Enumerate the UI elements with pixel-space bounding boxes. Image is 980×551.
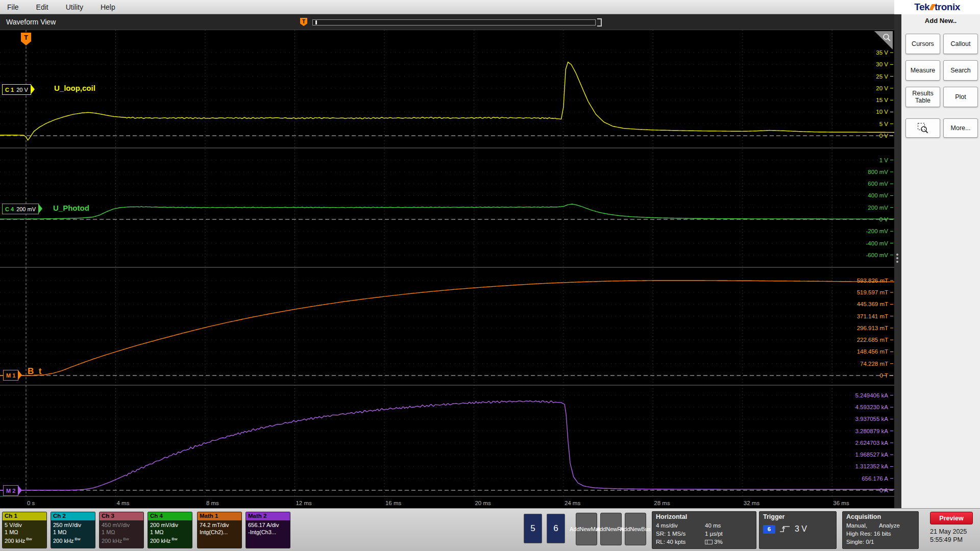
channel-tag-math2[interactable]: M 2 <box>3 485 18 496</box>
panel-divider[interactable] <box>894 14 901 508</box>
horizontal-scale: 4 ms/div <box>656 521 705 530</box>
badge-line: 5 V/div <box>5 521 44 529</box>
panel-button-measure[interactable]: Measure <box>905 60 940 81</box>
badge-body: 250 mV/div1 MΩ200 kHzBw <box>51 520 95 548</box>
bandwidth-suffix: Bw <box>123 537 129 541</box>
add-new-math[interactable]: AddNewMath <box>576 513 597 545</box>
panel-button-cursors[interactable]: Cursors <box>905 34 940 54</box>
add-new-ref[interactable]: AddNewRef <box>600 513 622 545</box>
svg-text:3.280879 kA: 3.280879 kA <box>855 428 888 434</box>
badge-title: Ch 3 <box>100 512 143 520</box>
badge-line: 250 mV/div <box>53 521 93 529</box>
bandwidth-suffix: Bw <box>26 537 32 541</box>
badge-title: Ch 2 <box>51 512 95 520</box>
menu-bar: FileEditUtilityHelp Tek tronix <box>0 0 980 14</box>
panel-button-callout[interactable]: Callout <box>943 34 978 54</box>
menu-items: FileEditUtilityHelp <box>0 3 115 11</box>
panel-button-more[interactable]: More... <box>943 118 978 138</box>
acquisition-title: Acquisition <box>846 513 915 520</box>
svg-text:4 ms: 4 ms <box>116 500 129 506</box>
trigger-panel[interactable]: Trigger 6 3 V <box>759 511 837 549</box>
channel-tag-name: M 2 <box>6 488 15 494</box>
menu-item-help[interactable]: Help <box>101 3 115 11</box>
badge-line: 450 mV/div <box>102 521 141 529</box>
svg-text:519.597 mT: 519.597 mT <box>857 289 888 295</box>
preview-button[interactable]: Preview <box>930 512 973 524</box>
trigger-mini-flag-icon[interactable]: T <box>300 18 307 26</box>
badge-body: 656.17 A/div-Intg(Ch3... <box>246 520 290 548</box>
svg-text:-200 mV: -200 mV <box>866 228 889 234</box>
channel-tag-name: C 1 <box>5 87 14 93</box>
badge-line: -Intg(Ch3... <box>248 529 288 536</box>
menu-item-file[interactable]: File <box>7 3 19 11</box>
channel-tag-name: C 4 <box>5 206 14 212</box>
svg-text:371.141 mT: 371.141 mT <box>857 313 888 319</box>
badge-math-1[interactable]: Math 174.2 mT/divIntg(Ch2)... <box>197 512 242 548</box>
add-new-bus[interactable]: AddNewBus <box>625 513 646 545</box>
badge-line: Intg(Ch2)... <box>200 529 239 536</box>
badge-line: 200 kHzBw <box>5 536 44 544</box>
menu-item-edit[interactable]: Edit <box>36 3 48 11</box>
time-label: 5:55:49 PM <box>930 536 973 544</box>
divider-grip-icon[interactable] <box>896 252 898 264</box>
badge-title: Math 2 <box>246 512 290 520</box>
svg-text:36 ms: 36 ms <box>833 500 849 506</box>
channel-tag-ch4[interactable]: C 4200 mV <box>2 204 39 214</box>
badge-line: 1 MΩ <box>150 529 190 536</box>
svg-text:2.624703 kA: 2.624703 kA <box>855 440 888 446</box>
panel-button-box-zoom[interactable] <box>905 118 940 138</box>
waveform-display[interactable]: 35 V30 V25 V20 V15 V10 V5 V0 V1 V800 mV6… <box>0 30 894 508</box>
svg-text:800 mV: 800 mV <box>868 169 888 175</box>
panel-button-plot[interactable]: Plot <box>943 87 978 107</box>
badge-title: Ch 4 <box>148 512 192 520</box>
record-slider-bracket-icon[interactable] <box>597 18 602 27</box>
svg-text:20 V: 20 V <box>876 85 888 91</box>
svg-text:24 ms: 24 ms <box>565 500 581 506</box>
menu-item-utility[interactable]: Utility <box>66 3 83 11</box>
record-slider-track[interactable] <box>312 19 596 26</box>
record-view-slider[interactable]: T <box>300 15 606 29</box>
bandwidth-suffix: Bw <box>172 537 177 541</box>
trigger-source-badge: 6 <box>763 525 775 534</box>
settings-bar: Ch 15 V/div1 MΩ200 kHzBwCh 2250 mV/div1 … <box>0 508 980 551</box>
preview-block: Preview 21 May 2025 5:55:49 PM <box>930 512 973 544</box>
badge-ch-1[interactable]: Ch 15 V/div1 MΩ200 kHzBw <box>2 512 47 548</box>
badge-title: Math 1 <box>198 512 241 520</box>
badge-line: 200 kHzBw <box>102 536 141 544</box>
acquisition-panel[interactable]: Acquisition Manual,Analyze High Res: 16 … <box>842 511 919 549</box>
channel-slot-6[interactable]: 6 <box>547 514 565 543</box>
channel-tag-math1[interactable]: M 1 <box>3 370 18 381</box>
horizontal-recordlength: RL: 40 kpts <box>656 538 705 546</box>
badge-math-2[interactable]: Math 2656.17 A/div-Intg(Ch3... <box>246 512 290 548</box>
channel-tag-ch1[interactable]: C 120 V <box>2 84 31 95</box>
channel-slot-5[interactable]: 5 <box>524 514 542 543</box>
datetime: 21 May 2025 5:55:49 PM <box>930 528 973 544</box>
horizontal-panel[interactable]: Horizontal 4 ms/div40 ms SR: 1 MS/s1 µs/… <box>652 511 756 549</box>
panel-button-results-table[interactable]: Results Table <box>905 87 940 107</box>
panel-button-search[interactable]: Search <box>943 60 978 81</box>
svg-text:16 ms: 16 ms <box>385 500 402 506</box>
box-zoom-icon <box>917 122 928 134</box>
logo-text-left: Tek <box>914 2 929 13</box>
svg-text:445.369 mT: 445.369 mT <box>857 301 888 307</box>
svg-text:1.312352 kA: 1.312352 kA <box>855 463 888 469</box>
svg-text:148.456 mT: 148.456 mT <box>857 348 888 355</box>
badge-ch-4[interactable]: Ch 4200 mV/div1 MΩ200 kHzBw <box>148 512 192 548</box>
trigger-title: Trigger <box>763 513 832 520</box>
scope-graticule[interactable]: 35 V30 V25 V20 V15 V10 V5 V0 V1 V800 mV6… <box>0 30 894 508</box>
svg-text:12 ms: 12 ms <box>296 500 312 506</box>
badge-line: 200 kHzBw <box>53 536 93 544</box>
horizontal-samplerate: SR: 1 MS/s <box>656 530 705 538</box>
trigger-level: 3 V <box>795 524 807 534</box>
badge-ch-3[interactable]: Ch 3450 mV/div1 MΩ200 kHzBw <box>99 512 144 548</box>
svg-text:20 ms: 20 ms <box>475 500 491 506</box>
svg-text:4.593230 kA: 4.593230 kA <box>855 404 888 410</box>
svg-text:10 V: 10 V <box>876 109 888 115</box>
svg-text:600 mV: 600 mV <box>868 181 888 187</box>
svg-text:5.249406 kA: 5.249406 kA <box>855 392 888 398</box>
badge-ch-2[interactable]: Ch 2250 mV/div1 MΩ200 kHzBw <box>51 512 95 548</box>
acquisition-single: Single: 0/1 <box>846 538 874 546</box>
svg-text:25 V: 25 V <box>876 73 888 80</box>
svg-text:74.228 mT: 74.228 mT <box>860 361 888 367</box>
record-slider-position[interactable] <box>315 20 317 24</box>
